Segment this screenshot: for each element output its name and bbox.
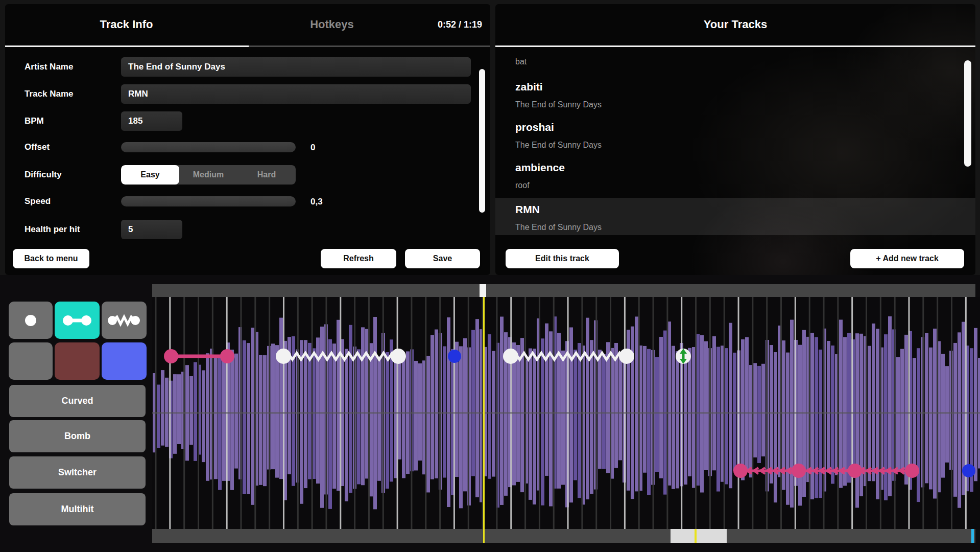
zigzag-note-start[interactable] [503,349,518,364]
waveform-bar [876,413,879,499]
waveform-bar [390,413,393,481]
track-list-item[interactable]: bat [495,55,975,73]
curved-tool-button[interactable]: Curved [9,385,146,417]
track-name-label: Track Name [25,84,73,104]
health-per-hit-input[interactable]: 5 [121,220,182,239]
waveform-bar [859,334,863,413]
waveform-bar [774,352,777,413]
zigzag-note-start[interactable] [276,349,291,364]
waveform-bar [328,339,332,413]
waveform-bar [304,340,307,413]
slider-note-start[interactable] [164,349,178,363]
track-name-input[interactable]: RMN [121,84,471,104]
track-list-item[interactable]: proshai The End of Sunny Days [495,120,975,156]
waveform-canvas[interactable] [152,297,980,529]
waveform-bar [745,337,749,413]
waveform-bar [206,413,209,481]
waveform-bar [884,413,888,500]
your-tracks-scrollbar[interactable] [964,60,971,167]
waveform-bar [855,333,859,413]
multihit-tool-button[interactable]: Multihit [9,493,146,525]
refresh-button[interactable]: Refresh [321,249,396,268]
minimap-viewport-thumb[interactable] [671,529,727,543]
back-to-menu-button[interactable]: Back to menu [13,249,89,268]
add-new-track-button[interactable]: + Add new track [850,249,964,268]
waveform-bar [774,413,777,502]
waveform-bar [189,376,193,413]
waveform-bar [243,340,246,413]
track-list-item-selected[interactable]: RMN The End of Sunny Days [495,201,975,237]
artist-name-label: Artist Name [25,57,73,77]
waveform-bar [545,324,548,413]
maroon-color-swatch[interactable] [55,342,100,380]
waveform-bar [663,331,667,413]
waveform-bar [868,346,871,413]
multihit-note-point[interactable] [848,464,862,478]
zigzag-note-end[interactable] [619,349,634,364]
blue-color-swatch[interactable] [102,342,147,380]
waveform-bar [455,413,459,477]
waveform-bar [953,413,957,497]
zigzag-tool-button[interactable] [102,302,147,339]
waveform-bar [406,351,410,413]
tab-track-info[interactable]: Track Info [5,4,248,45]
tab-hotkeys[interactable]: Hotkeys [248,4,416,45]
tap-note[interactable] [962,464,975,477]
speed-slider[interactable] [121,196,296,206]
tap-note[interactable] [448,350,461,363]
waveform-bar [761,364,765,413]
zigzag-note-end[interactable] [391,349,406,364]
save-button[interactable]: Save [405,249,480,268]
bpm-input[interactable]: 185 [121,111,182,131]
multihit-note-point[interactable] [792,464,806,478]
waveform-bar [337,320,340,413]
waveform-bar [876,329,879,413]
gray-color-swatch[interactable] [9,342,53,380]
editor-section: Curved Bomb Switcher Multihit [0,275,980,552]
time-display: 0:52 / 1:19 [438,4,482,45]
difficulty-medium-button[interactable]: Medium [179,165,237,185]
switcher-tool-button[interactable]: Switcher [9,456,146,489]
artist-name-input[interactable]: The End of Sunny Days [121,57,471,77]
timeline-bar[interactable] [152,284,975,297]
difficulty-easy-button[interactable]: Easy [121,165,179,185]
waveform-bar [827,341,830,413]
offset-slider[interactable] [121,142,296,152]
track-list-item[interactable]: ambience roof [495,160,975,196]
multihit-note-point[interactable] [905,464,919,478]
multihit-note-point[interactable] [733,464,748,478]
waveform-bar [165,378,169,413]
waveform-bar [733,413,736,471]
waveform-bar [435,413,438,478]
track-artist: The End of Sunny Days [515,100,602,109]
track-list-item[interactable]: zabiti The End of Sunny Days [495,80,975,116]
tap-tool-button[interactable] [9,302,53,339]
track-info-scrollbar[interactable] [479,69,485,213]
waveform-bar [214,413,218,479]
waveform-bar [386,413,389,489]
waveform-bar [328,413,332,509]
waveform-bar [725,348,728,413]
bomb-tool-button[interactable]: Bomb [9,420,146,452]
waveform-bar [684,413,687,485]
waveform-bar [373,413,377,509]
difficulty-hard-button[interactable]: Hard [237,165,296,185]
waveform-bar [790,413,794,508]
waveform-bar [300,340,303,413]
waveform-bar [459,413,463,508]
waveform-bar [888,413,892,496]
edit-this-track-button[interactable]: Edit this track [506,249,619,268]
waveform-bar [279,318,283,413]
waveform-bar [345,413,348,501]
waveform-bar [618,413,622,460]
slider-tool-button[interactable] [55,302,100,339]
slider-note-end[interactable] [220,349,234,363]
waveform-bar [819,413,822,498]
waveform-bar [945,366,949,413]
timeline-playhead-marker[interactable] [480,284,486,297]
minimap-scrollbar[interactable] [152,529,975,543]
playhead-line[interactable] [483,297,485,543]
waveform-bar [770,345,773,413]
waveform-bar [177,374,181,413]
waveform-bar [263,413,267,486]
